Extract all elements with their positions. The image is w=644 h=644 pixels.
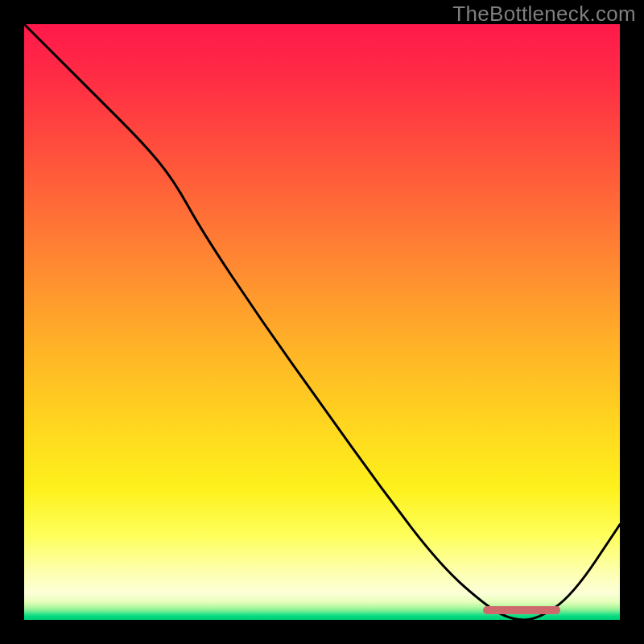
bottleneck-curve [24,24,620,620]
optimal-range-marker [483,606,560,614]
plot-area [24,24,620,620]
watermark-text: TheBottleneck.com [452,2,636,27]
chart-stage: TheBottleneck.com [0,0,644,644]
